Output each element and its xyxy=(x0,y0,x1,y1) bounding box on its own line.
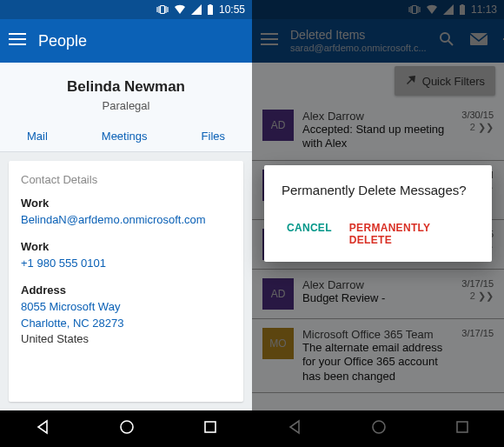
svg-rect-0 xyxy=(160,6,164,14)
svg-rect-2 xyxy=(209,4,211,6)
contact-name: Belinda Newman xyxy=(0,78,252,96)
appbar-title: People xyxy=(38,32,87,50)
wifi-icon xyxy=(174,4,186,15)
status-bar: 10:55 xyxy=(0,0,252,19)
contact-details-card: Contact Details Work BelindaN@arfdemo.on… xyxy=(9,161,243,402)
phone-field: Work +1 980 555 0101 xyxy=(21,240,231,271)
address-country: United States xyxy=(21,331,231,347)
nav-bar xyxy=(0,410,252,447)
svg-rect-1 xyxy=(208,5,213,15)
app-bar: People xyxy=(0,19,252,63)
status-time: 10:55 xyxy=(219,3,245,16)
menu-icon[interactable] xyxy=(9,32,26,50)
address-field: Address 8055 Microsoft Way Charlotte, NC… xyxy=(21,284,231,347)
svg-rect-4 xyxy=(205,422,216,432)
delete-dialog: Permanently Delete Messages? CANCEL PERM… xyxy=(264,165,492,262)
permanently-delete-button[interactable]: PERMANENTLY DELETE xyxy=(344,213,474,255)
signal-icon xyxy=(191,4,202,15)
details-header: Contact Details xyxy=(21,173,231,186)
svg-point-3 xyxy=(121,421,133,433)
phone-label: Work xyxy=(21,240,231,253)
email-label: Work xyxy=(21,197,231,210)
home-icon[interactable] xyxy=(119,419,135,438)
vibrate-icon xyxy=(156,4,169,15)
recent-icon[interactable] xyxy=(203,420,217,437)
cancel-button[interactable]: CANCEL xyxy=(282,213,337,255)
contact-header: Belinda Newman Paralegal xyxy=(0,63,252,121)
battery-icon xyxy=(207,4,214,15)
tab-meetings[interactable]: Meetings xyxy=(102,121,148,151)
back-icon[interactable] xyxy=(35,419,50,438)
tab-files[interactable]: Files xyxy=(202,121,225,151)
tab-strip: Mail Meetings Files xyxy=(0,121,252,152)
tab-mail[interactable]: Mail xyxy=(27,121,48,151)
email-field: Work BelindaN@arfdemo.onmicrosoft.com xyxy=(21,197,231,228)
address-label: Address xyxy=(21,284,231,297)
address-line1[interactable]: 8055 Microsoft Way xyxy=(21,299,231,315)
contact-role: Paralegal xyxy=(0,99,252,112)
phone-value[interactable]: +1 980 555 0101 xyxy=(21,256,231,271)
address-line2[interactable]: Charlotte, NC 28273 xyxy=(21,316,231,331)
left-phone: 10:55 People Belinda Newman Paralegal Ma… xyxy=(0,0,252,447)
email-value[interactable]: BelindaN@arfdemo.onmicrosoft.com xyxy=(21,212,231,228)
dialog-title: Permanently Delete Messages? xyxy=(282,183,474,197)
right-phone: 11:13 Deleted Items sarad@arfdemo.onmicr… xyxy=(252,0,504,447)
